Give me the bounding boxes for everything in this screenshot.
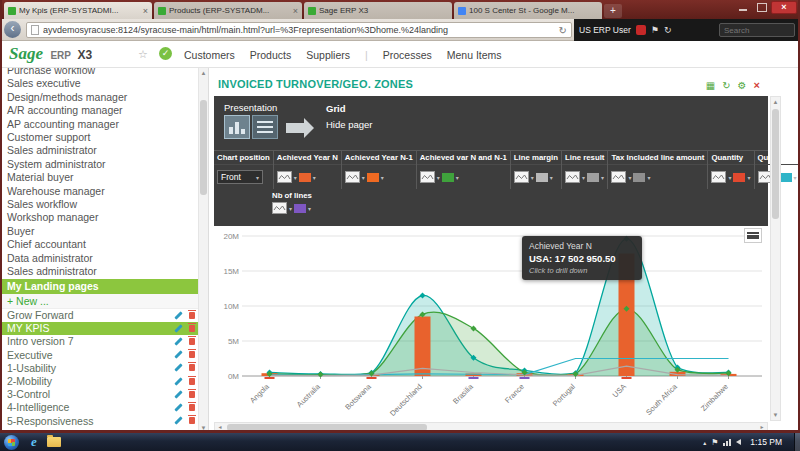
series-bar-deutschland[interactable] <box>415 317 431 377</box>
scrollbar-thumb[interactable] <box>772 109 779 219</box>
color-swatch[interactable] <box>294 204 306 213</box>
chevron-down-icon[interactable]: ▾ <box>294 174 297 181</box>
widget-refresh-icon[interactable]: ↻ <box>722 80 730 91</box>
chevron-down-icon[interactable]: ▾ <box>456 174 459 181</box>
browser-tab[interactable]: Products (ERP-SYSTADM...× <box>154 2 302 19</box>
hide-pager-link[interactable]: Hide pager <box>326 119 372 130</box>
chevron-down-icon[interactable]: ▾ <box>381 174 384 181</box>
chart-area[interactable]: 0M5M10M15M20MAngolaAustraliaBotswanaDeut… <box>214 228 768 421</box>
delete-trash-icon[interactable] <box>189 417 195 424</box>
tray-expand-icon[interactable]: ▴ <box>703 439 706 446</box>
tab-close-icon[interactable]: × <box>291 6 298 16</box>
sparkline-icon[interactable] <box>420 171 435 183</box>
widget-grid-icon[interactable]: ▦ <box>706 80 715 91</box>
internet-explorer-icon[interactable]: e <box>31 434 37 450</box>
landing-page-item[interactable]: MY KPIS <box>0 322 208 335</box>
sidebar-role-item[interactable]: Customer support <box>0 131 208 144</box>
window-minimize-button[interactable] <box>735 2 751 13</box>
sidebar-role-item[interactable]: Material buyer <box>0 171 208 184</box>
window-maximize-button[interactable] <box>753 2 769 13</box>
menu-item-processes[interactable]: Processes <box>383 49 432 61</box>
sidebar-role-item[interactable]: Chief accountant <box>0 238 208 251</box>
start-button[interactable] <box>4 435 19 450</box>
chevron-down-icon[interactable]: ▾ <box>582 174 585 181</box>
flag-icon[interactable]: ⚑ <box>651 25 659 35</box>
search-input[interactable] <box>719 23 795 37</box>
menu-item-products[interactable]: Products <box>250 49 291 61</box>
url-field[interactable]: ayvdemosyracuse:8124/syracuse-main/html/… <box>26 22 572 38</box>
sparkline-icon[interactable] <box>272 202 287 214</box>
tab-close-icon[interactable]: × <box>141 6 148 16</box>
delete-trash-icon[interactable] <box>189 338 195 345</box>
color-swatch[interactable] <box>733 173 745 182</box>
delete-trash-icon[interactable] <box>189 391 195 398</box>
chevron-down-icon[interactable]: ▾ <box>794 174 797 181</box>
sidebar-role-item[interactable]: System administrator <box>0 158 208 171</box>
series-marker[interactable] <box>318 372 324 378</box>
user-badge-icon[interactable] <box>636 25 646 35</box>
chevron-down-icon[interactable]: ▾ <box>313 174 316 181</box>
turnover-chart[interactable]: 0M5M10M15M20MAngolaAustraliaBotswanaDeut… <box>214 228 768 421</box>
sparkline-icon[interactable] <box>565 171 580 183</box>
reload-icon[interactable]: ↻ <box>559 25 567 36</box>
reload-small-icon[interactable]: ↻ <box>664 25 672 35</box>
landing-page-item[interactable]: Executive <box>0 348 208 361</box>
series-tick[interactable] <box>622 377 632 379</box>
show-desktop-button[interactable] <box>794 433 800 451</box>
sidebar-role-item[interactable]: A/R accounting manager <box>0 104 208 117</box>
color-swatch[interactable] <box>780 173 792 182</box>
chart-view-toggle[interactable] <box>224 115 250 139</box>
action-center-flag-icon[interactable]: ⚑ <box>711 438 718 447</box>
landing-page-item[interactable]: Intro version 7 <box>0 335 208 348</box>
network-icon[interactable] <box>723 439 731 446</box>
favorite-star-icon[interactable]: ☆ <box>138 48 148 61</box>
delete-trash-icon[interactable] <box>189 312 195 319</box>
landing-page-item[interactable]: 3-Control <box>0 388 208 401</box>
color-swatch[interactable] <box>299 173 311 182</box>
explorer-folder-icon[interactable] <box>47 437 61 447</box>
edit-pencil-icon[interactable] <box>174 377 182 385</box>
landing-page-item[interactable]: Grow Forward <box>0 309 208 322</box>
sparkline-icon[interactable] <box>277 171 292 183</box>
series-tick[interactable] <box>367 377 377 379</box>
delete-trash-icon[interactable] <box>189 325 195 332</box>
chevron-down-icon[interactable]: ▾ <box>601 174 604 181</box>
edit-pencil-icon[interactable] <box>174 416 182 424</box>
series-tick[interactable] <box>520 377 530 379</box>
new-tab-button[interactable]: + <box>604 4 622 18</box>
browser-tab[interactable]: My Kpis (ERP-SYSTADMI...× <box>4 2 152 19</box>
sidebar-role-item[interactable]: Sales administrator <box>0 265 208 278</box>
chart-menu-icon[interactable] <box>744 228 762 243</box>
sidebar-role-item[interactable]: Sales administrator <box>0 144 208 157</box>
chevron-down-icon[interactable]: ▾ <box>437 174 440 181</box>
check-circle-icon[interactable]: ✓ <box>159 47 172 60</box>
edit-pencil-icon[interactable] <box>174 364 182 372</box>
chevron-down-icon[interactable]: ▾ <box>747 174 750 181</box>
color-swatch[interactable] <box>587 173 599 182</box>
chevron-down-icon[interactable]: ▾ <box>289 205 292 212</box>
delete-trash-icon[interactable] <box>189 378 195 385</box>
sidebar-role-item[interactable]: Warehouse manager <box>0 185 208 198</box>
color-swatch[interactable] <box>367 173 379 182</box>
chevron-down-icon[interactable]: ▾ <box>550 174 553 181</box>
volume-icon[interactable] <box>736 439 741 445</box>
sparkline-icon[interactable] <box>711 171 726 183</box>
landing-page-item[interactable]: 1-Usability <box>0 361 208 374</box>
chart-position-select[interactable]: Front ▾ <box>217 170 263 184</box>
sidebar-role-item[interactable]: Data administrator <box>0 252 208 265</box>
sparkline-icon[interactable] <box>345 171 360 183</box>
color-swatch[interactable] <box>442 173 454 182</box>
scroll-down-icon[interactable]: ▼ <box>771 410 780 420</box>
color-swatch[interactable] <box>633 173 645 182</box>
delete-trash-icon[interactable] <box>189 404 195 411</box>
sidebar-role-item[interactable]: AP accounting manager <box>0 118 208 131</box>
widget-close-icon[interactable]: × <box>754 79 760 91</box>
edit-pencil-icon[interactable] <box>174 350 182 358</box>
menu-item-customers[interactable]: Customers <box>184 49 235 61</box>
sparkline-icon[interactable] <box>514 171 529 183</box>
edit-pencil-icon[interactable] <box>174 324 182 332</box>
edit-pencil-icon[interactable] <box>174 311 182 319</box>
url-text[interactable]: ayvdemosyracuse:8124/syracuse-main/html/… <box>43 25 555 35</box>
series-tick[interactable] <box>469 377 479 379</box>
browser-tab[interactable]: Sage ERP X3 <box>304 2 452 19</box>
